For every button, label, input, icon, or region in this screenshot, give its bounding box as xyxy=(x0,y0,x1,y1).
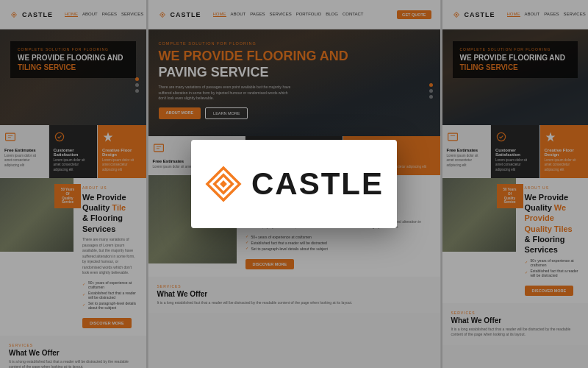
castle-logo-icon xyxy=(204,165,243,203)
modal-logo: CASTLE xyxy=(204,165,384,203)
modal-overlay: CASTLE xyxy=(0,0,588,368)
modal-logo-text: CASTLE xyxy=(251,166,384,202)
modal-box: CASTLE xyxy=(191,140,397,228)
